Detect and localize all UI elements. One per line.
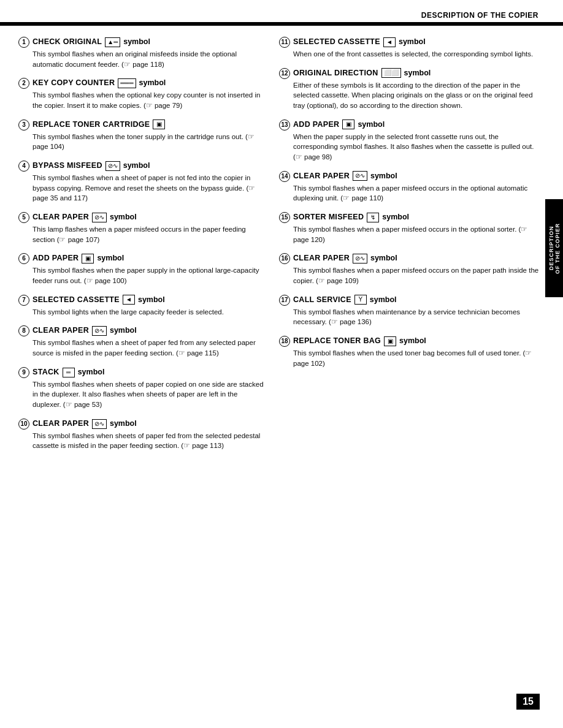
symbol-box: Y (354, 295, 367, 305)
symbol-box: ▣ (342, 119, 354, 129)
item-body: This symbol flashes when an original mis… (33, 49, 264, 69)
main-content: 1CHECK ORIGINAL▲═ symbolThis symbol flas… (0, 37, 546, 460)
item-symbol-label: symbol (78, 367, 105, 378)
item-body: This symbol lights when the large capaci… (33, 307, 264, 317)
item-symbol-label: symbol (138, 295, 165, 306)
item-title-text: CHECK ORIGINAL▲═ symbol (33, 37, 150, 48)
list-item: 13ADD PAPER▣ symbolWhen the paper supply… (279, 119, 540, 162)
item-title: 15SORTER MISFEED↯ symbol (279, 212, 540, 223)
item-title: 9STACK═ symbol (18, 367, 264, 378)
item-title: 14CLEAR PAPER⊘∿ symbol (279, 171, 540, 182)
item-number: 15 (279, 212, 290, 223)
item-title: 5CLEAR PAPER⊘∿ symbol (18, 212, 264, 223)
list-item: 4BYPASS MISFEED⊘∿ symbolThis symbol flas… (18, 161, 264, 203)
item-number: 10 (18, 419, 29, 430)
item-title-word: STACK (33, 367, 59, 378)
item-title-text: CLEAR PAPER⊘∿ symbol (293, 171, 397, 182)
symbol-box: ▣ (153, 119, 165, 129)
item-title: 16CLEAR PAPER⊘∿ symbol (279, 253, 540, 264)
item-number: 13 (279, 119, 290, 131)
item-title-word: CLEAR PAPER (33, 325, 89, 336)
item-body: This symbol flashes when a paper misfeed… (293, 183, 540, 203)
item-title-word: ADD PAPER (33, 253, 79, 264)
item-body: This symbol flashes when a paper misfeed… (293, 265, 540, 286)
item-title-word: CLEAR PAPER (33, 212, 89, 223)
item-title-word: CLEAR PAPER (293, 253, 350, 264)
symbol-box: ⊘∿ (353, 171, 367, 181)
list-item: 14CLEAR PAPER⊘∿ symbolThis symbol flashe… (279, 171, 540, 203)
item-title-text: REPLACE TONER BAG▣ symbol (293, 336, 426, 347)
item-symbol-label: symbol (110, 419, 137, 430)
symbol-box: ⊘∿ (92, 213, 107, 222)
list-item: 3REPLACE TONER CARTRIDGE▣This symbol fla… (18, 119, 264, 152)
symbol-box: ▲═ (105, 37, 120, 47)
item-title: 2KEY COPY COUNTER═══ symbol (18, 78, 264, 89)
item-body: When one of the front cassettes is selec… (293, 49, 540, 59)
item-symbol-label: symbol (382, 212, 409, 223)
item-title-text: ADD PAPER▣ symbol (33, 253, 124, 264)
item-title: 11SELECTED CASSETTE◄ symbol (279, 37, 540, 48)
content-area: 1CHECK ORIGINAL▲═ symbolThis symbol flas… (0, 37, 563, 460)
header-title: DESCRIPTION OF THE COPIER (421, 11, 538, 20)
list-item: 12ORIGINAL DIRECTION⬜⬜ symbolEither of t… (279, 68, 540, 111)
list-item: 16CLEAR PAPER⊘∿ symbolThis symbol flashe… (279, 253, 540, 286)
list-item: 10CLEAR PAPER⊘∿ symbolThis symbol flashe… (18, 419, 264, 451)
symbol-box: ⊘∿ (92, 326, 107, 336)
symbol-box: ⬜⬜ (381, 68, 401, 78)
item-symbol-label: symbol (110, 325, 137, 336)
item-number: 3 (18, 119, 29, 131)
symbol-box: ◄ (123, 295, 135, 305)
item-number: 7 (18, 295, 29, 306)
item-title-word: CLEAR PAPER (33, 419, 89, 430)
item-title-text: KEY COPY COUNTER═══ symbol (33, 78, 166, 89)
item-title: 13ADD PAPER▣ symbol (279, 119, 540, 131)
right-sidebar: DESCRIPTIONOF THE COPIER (546, 37, 563, 460)
item-title: 4BYPASS MISFEED⊘∿ symbol (18, 161, 264, 172)
item-body: Either of these symbols is lit according… (293, 80, 540, 111)
item-title-word: SELECTED CASSETTE (293, 37, 380, 48)
item-title: 10CLEAR PAPER⊘∿ symbol (18, 419, 264, 430)
symbol-box: ═══ (118, 78, 136, 88)
item-symbol-label: symbol (123, 37, 150, 48)
item-title: 12ORIGINAL DIRECTION⬜⬜ symbol (279, 68, 540, 79)
item-symbol-label: symbol (370, 253, 397, 264)
item-title-text: STACK═ symbol (33, 367, 104, 378)
item-number: 5 (18, 212, 29, 223)
item-title-text: CLEAR PAPER⊘∿ symbol (293, 253, 397, 264)
item-title: 6ADD PAPER▣ symbol (18, 253, 264, 264)
item-title-word: ADD PAPER (293, 119, 339, 131)
page-header: DESCRIPTION OF THE COPIER (0, 0, 563, 22)
item-number: 11 (279, 37, 290, 48)
symbol-box: ⊘∿ (353, 254, 367, 264)
item-body: This lamp flashes when a paper misfeed o… (33, 224, 264, 245)
item-symbol-label: symbol (399, 336, 426, 347)
item-title: 3REPLACE TONER CARTRIDGE▣ (18, 119, 264, 131)
item-title: 8CLEAR PAPER⊘∿ symbol (18, 325, 264, 336)
item-title-word: SELECTED CASSETTE (33, 295, 120, 306)
list-item: 8CLEAR PAPER⊘∿ symbolThis symbol flashes… (18, 325, 264, 358)
right-column: 11SELECTED CASSETTE◄ symbolWhen one of t… (276, 37, 540, 460)
item-symbol-label: symbol (97, 253, 124, 264)
item-body: This symbol flashes when a sheet of pape… (33, 338, 264, 358)
item-body: This symbol flashes when the paper suppl… (33, 265, 264, 286)
item-body: This symbol flashes when sheets of paper… (33, 379, 264, 410)
item-symbol-label: symbol (404, 68, 431, 79)
item-title-text: SELECTED CASSETTE◄ symbol (33, 295, 165, 306)
list-item: 18REPLACE TONER BAG▣ symbolThis symbol f… (279, 336, 540, 368)
item-title-word: SORTER MISFEED (293, 212, 364, 223)
item-title-word: BYPASS MISFEED (33, 161, 102, 172)
item-body: This symbol flashes when a paper misfeed… (293, 224, 540, 245)
symbol-box: ↯ (367, 213, 379, 222)
item-body: This symbol flashes when maintenance by … (293, 307, 540, 327)
item-title-text: CLEAR PAPER⊘∿ symbol (33, 325, 137, 336)
list-item: 7SELECTED CASSETTE◄ symbolThis symbol li… (18, 295, 264, 317)
item-body: This symbol flashes when sheets of paper… (33, 431, 264, 451)
item-symbol-label: symbol (370, 295, 397, 306)
item-symbol-label: symbol (123, 161, 150, 172)
list-item: 9STACK═ symbolThis symbol flashes when s… (18, 367, 264, 410)
item-number: 1 (18, 37, 29, 48)
item-title-text: ADD PAPER▣ symbol (293, 119, 385, 131)
item-title: 17CALL SERVICEY symbol (279, 295, 540, 306)
item-number: 12 (279, 68, 290, 79)
symbol-box: ⊘∿ (105, 161, 120, 171)
